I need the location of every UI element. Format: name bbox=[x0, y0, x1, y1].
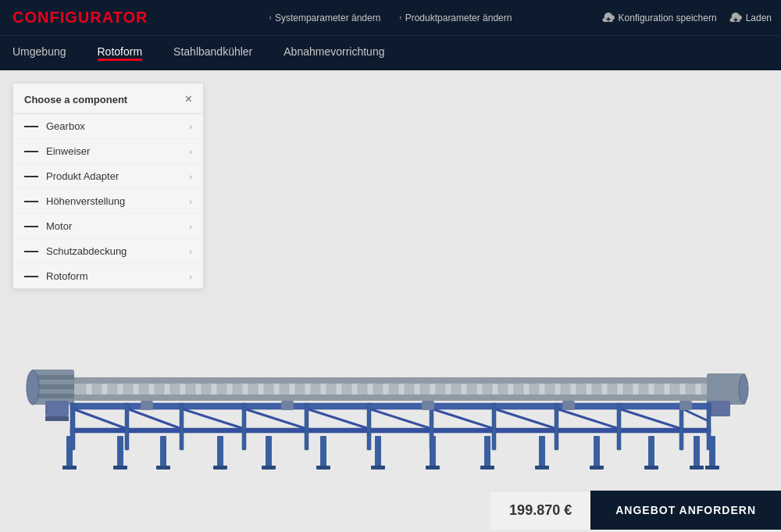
load-btn[interactable]: Laden bbox=[729, 12, 772, 23]
svg-rect-41 bbox=[47, 377, 734, 384]
item-dash-icon bbox=[24, 151, 38, 152]
component-list: Gearbox › Einweiser › Produkt Adapter › bbox=[13, 114, 203, 288]
item-label: Schutzabdeckung bbox=[46, 245, 127, 257]
svg-line-72 bbox=[371, 409, 430, 428]
item-dash-icon bbox=[24, 251, 38, 252]
item-dash-icon bbox=[24, 126, 38, 127]
item-label: Einweiser bbox=[46, 145, 90, 157]
svg-rect-63 bbox=[555, 403, 558, 450]
svg-line-69 bbox=[184, 409, 242, 428]
svg-rect-62 bbox=[492, 403, 496, 450]
svg-rect-60 bbox=[367, 403, 371, 450]
item-label: Produkt Adapter bbox=[46, 170, 119, 182]
nav-item-stahlbandkuehler[interactable]: Stahlbandkühler bbox=[173, 45, 252, 61]
chevron-right-icon: › bbox=[189, 222, 192, 231]
svg-rect-93 bbox=[426, 466, 440, 470]
chevron-right-icon: › bbox=[189, 272, 192, 281]
list-item[interactable]: Höhenverstellung › bbox=[13, 189, 203, 214]
svg-line-71 bbox=[308, 409, 367, 428]
svg-line-74 bbox=[496, 409, 555, 428]
price-value: 199.870 € bbox=[509, 502, 572, 519]
svg-rect-90 bbox=[375, 436, 381, 467]
cloud-upload-icon bbox=[602, 12, 615, 23]
list-item[interactable]: Rotoform › bbox=[13, 264, 203, 288]
svg-rect-106 bbox=[141, 401, 153, 410]
list-item[interactable]: Schutzabdeckung › bbox=[13, 239, 203, 264]
panel-title: Choose a component bbox=[24, 94, 127, 105]
price-display: 199.870 € bbox=[490, 491, 590, 530]
svg-rect-101 bbox=[644, 466, 658, 470]
item-dash-icon bbox=[24, 226, 38, 227]
nav-item-rotoform[interactable]: Rotoform bbox=[98, 45, 143, 61]
component-panel: Choose a component × Gearbox › Einweiser… bbox=[12, 83, 204, 289]
item-label: Höhenverstellung bbox=[46, 195, 125, 207]
list-item[interactable]: Motor › bbox=[13, 214, 203, 239]
header-nav: ‹ Systemparameter ändern ‹ Produktparame… bbox=[269, 12, 512, 23]
bottom-bar: 199.870 € ANGEBOT ANFORDERN bbox=[0, 491, 781, 530]
chevron-right-icon: › bbox=[189, 122, 192, 131]
svg-line-68 bbox=[129, 409, 180, 428]
product-params-btn[interactable]: ‹ Produktparameter ändern bbox=[399, 12, 512, 23]
svg-rect-83 bbox=[217, 436, 223, 467]
machine-visualization bbox=[0, 319, 781, 483]
header-actions: Konfiguration speichern Laden bbox=[602, 12, 772, 23]
close-panel-button[interactable]: × bbox=[185, 93, 192, 105]
svg-rect-104 bbox=[690, 466, 704, 470]
svg-rect-59 bbox=[305, 403, 308, 450]
svg-rect-86 bbox=[266, 436, 272, 467]
svg-rect-103 bbox=[709, 436, 715, 467]
item-dash-icon bbox=[24, 276, 38, 277]
svg-rect-96 bbox=[480, 466, 494, 470]
svg-rect-110 bbox=[679, 401, 692, 410]
svg-line-70 bbox=[246, 409, 305, 428]
nav-item-abnahmevorrichtung[interactable]: Abnahmevorrichtung bbox=[284, 45, 384, 61]
list-item[interactable]: Einweiser › bbox=[13, 139, 203, 164]
svg-rect-79 bbox=[117, 436, 123, 467]
svg-rect-78 bbox=[66, 436, 73, 467]
svg-line-67 bbox=[74, 409, 125, 428]
svg-rect-108 bbox=[422, 401, 434, 410]
quote-button[interactable]: ANGEBOT ANFORDERN bbox=[590, 491, 781, 530]
svg-rect-50 bbox=[45, 401, 69, 416]
chevron-right-icon: › bbox=[189, 247, 192, 256]
list-item[interactable]: Produkt Adapter › bbox=[13, 164, 203, 189]
cloud-download-icon bbox=[729, 12, 742, 23]
chevron-left-icon: ‹ bbox=[269, 13, 272, 22]
svg-rect-95 bbox=[539, 436, 545, 467]
svg-line-76 bbox=[621, 409, 679, 428]
chevron-right-icon: › bbox=[189, 147, 192, 156]
svg-rect-54 bbox=[70, 428, 711, 433]
main-content: Choose a component × Gearbox › Einweiser… bbox=[0, 70, 781, 530]
item-dash-icon bbox=[24, 201, 38, 202]
svg-rect-80 bbox=[62, 466, 77, 470]
svg-rect-53 bbox=[70, 403, 711, 409]
chevron-right-icon: › bbox=[189, 172, 192, 181]
svg-line-73 bbox=[433, 409, 492, 428]
panel-header: Choose a component × bbox=[13, 84, 203, 114]
item-label: Rotoform bbox=[46, 270, 87, 282]
save-config-btn[interactable]: Konfiguration speichern bbox=[602, 12, 717, 23]
svg-rect-91 bbox=[430, 436, 436, 467]
svg-rect-97 bbox=[535, 466, 549, 470]
svg-rect-109 bbox=[562, 401, 575, 410]
svg-rect-99 bbox=[648, 436, 654, 467]
svg-rect-81 bbox=[113, 466, 127, 470]
svg-rect-94 bbox=[484, 436, 490, 467]
svg-rect-58 bbox=[242, 403, 246, 450]
svg-rect-92 bbox=[371, 466, 385, 470]
header: CONFIGURATOR ‹ Systemparameter ändern ‹ … bbox=[0, 0, 781, 35]
list-item[interactable]: Gearbox › bbox=[13, 114, 203, 139]
svg-rect-56 bbox=[125, 403, 129, 450]
svg-rect-57 bbox=[180, 403, 184, 450]
nav-item-umgebung[interactable]: Umgebung bbox=[12, 45, 66, 61]
item-label: Gearbox bbox=[46, 120, 85, 132]
svg-rect-98 bbox=[594, 436, 600, 467]
svg-rect-102 bbox=[694, 436, 700, 467]
navbar: Umgebung Rotoform Stahlbandkühler Abnahm… bbox=[0, 35, 781, 70]
system-params-btn[interactable]: ‹ Systemparameter ändern bbox=[269, 12, 381, 23]
svg-rect-85 bbox=[213, 466, 227, 470]
svg-rect-105 bbox=[705, 466, 719, 470]
svg-rect-42 bbox=[47, 395, 734, 401]
item-dash-icon bbox=[24, 176, 38, 177]
svg-rect-82 bbox=[160, 436, 166, 467]
